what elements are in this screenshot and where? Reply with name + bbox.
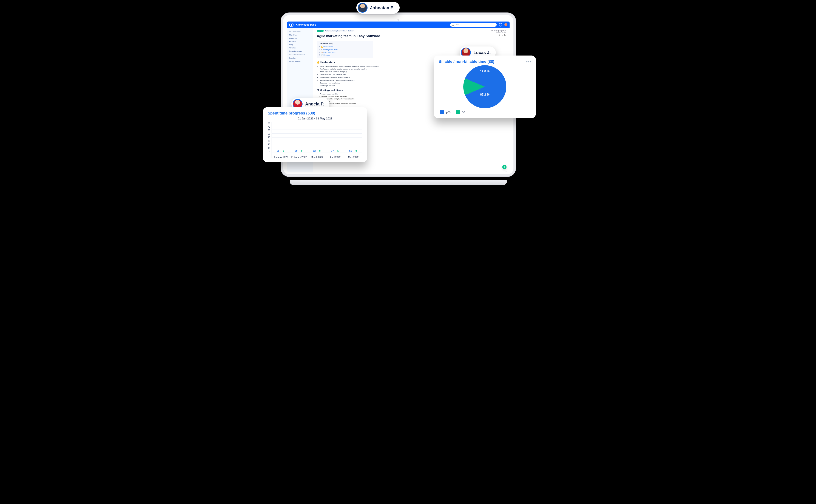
sidebar-item-bookshelf[interactable]: Bookshelf (289, 37, 311, 40)
avatar (358, 3, 368, 13)
card-title: Spent time progress (530) (268, 111, 362, 116)
chevron-left-icon[interactable]: « (505, 171, 507, 172)
user-name: Angela P. (305, 102, 324, 107)
user-name: Lucas J. (473, 50, 491, 55)
user-name: Johnatan E. (370, 5, 394, 10)
meta-line1: Last edited 6 days ago (491, 30, 506, 31)
more-icon[interactable]: ••• (526, 59, 532, 64)
y-axis: 80706050403020100 (268, 122, 272, 158)
chevron-down-icon[interactable]: ▾ (502, 34, 503, 36)
page-title: Agile marketing team in Easy Software (317, 34, 506, 38)
contents-box: Contents [hide] 1 💪 Hardworkers 2 ⏱ Meet… (317, 41, 373, 58)
sidebar-heading: ENTRYPOINTS (289, 31, 311, 32)
crumb-pill[interactable]: Pages (317, 30, 324, 32)
edit-icon[interactable]: ✎ (499, 34, 500, 36)
pie-chart: 87.2 % 12.8 % (463, 65, 506, 108)
legend-item: no (456, 110, 465, 114)
meta-line2: by Jan Pavera (491, 31, 506, 33)
toc-link[interactable]: Hardworkers (323, 46, 333, 48)
breadcrumb: Pages Agile marketing team in Easy Softw… (317, 30, 506, 32)
x-axis: January 2022February 2022March 2022April… (272, 156, 362, 158)
app-title: Knowledge base (296, 23, 316, 26)
search-input[interactable] (455, 24, 495, 26)
pie-legend: yes no (440, 110, 465, 114)
search-box[interactable] (450, 23, 497, 27)
user-pill-top: Johnatan E. (356, 2, 400, 14)
sidebar-item-main[interactable]: Main Page (289, 33, 311, 37)
sidebar-item-blog[interactable]: Blog (289, 43, 311, 46)
sidebar-item-recent[interactable]: Recent changes (289, 49, 311, 53)
contents-title: Contents (319, 42, 328, 45)
bar-chart-card: Spent time progress (530) 01 Jan 2022 - … (263, 107, 367, 162)
refresh-icon[interactable]: ↻ (504, 34, 506, 36)
crumb-text[interactable]: Agile marketing team in Easy Software (325, 30, 354, 32)
toc-link[interactable]: Meetings and rituals (323, 49, 338, 51)
page-meta: Last edited 6 days ago by Jan Pavera ✎ ▾… (491, 30, 506, 36)
user-avatar-icon[interactable] (504, 23, 507, 26)
bar-chart: 80706050403020100 650700520775610 Januar… (268, 122, 362, 158)
fab-add-button[interactable]: + (502, 165, 507, 169)
toc-link[interactable]: PMO standards (323, 51, 335, 53)
sidebar-item-sandbox[interactable]: Sandbox (289, 56, 311, 60)
gear-icon[interactable] (499, 23, 502, 26)
sidebar-item-manual[interactable]: KB 2.0 Manual (289, 60, 311, 63)
sidebar-item-allpages[interactable]: All pages (289, 40, 311, 43)
pie-chart-card: ••• Billable / non-billable time (88) 87… (434, 56, 536, 118)
sidebar-heading: GETTING STARTED (289, 54, 311, 56)
card-title: Billable / non-billable time (88) (439, 59, 531, 64)
toc: 1 💪 Hardworkers 2 ⏱ Meetings and rituals… (319, 46, 371, 57)
toc-link[interactable]: Sources (323, 54, 330, 56)
search-icon (452, 24, 454, 26)
laptop-base (290, 180, 507, 185)
sidebar-item-timeline[interactable]: Timeline (289, 46, 311, 49)
app-logo-icon (289, 23, 294, 27)
contents-hide[interactable]: [hide] (329, 43, 333, 45)
legend-item: yes (440, 110, 451, 114)
pie-slice-label: 12.8 % (480, 70, 490, 73)
pie-slice-label: 87.2 % (480, 93, 490, 96)
top-bar: Knowledge base (287, 22, 510, 28)
card-subtitle: 01 Jan 2022 - 31 May 2022 (268, 117, 362, 120)
